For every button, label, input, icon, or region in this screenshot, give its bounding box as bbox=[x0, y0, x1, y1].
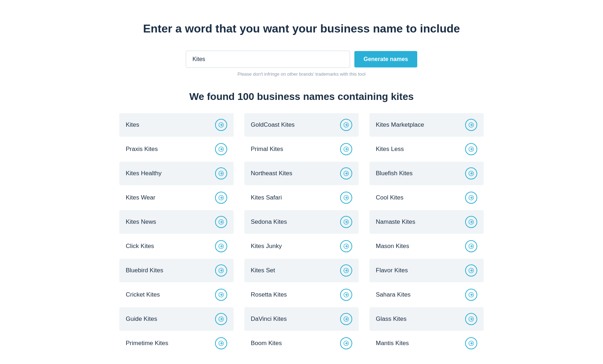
business-name-text: Click Kites bbox=[126, 243, 154, 250]
arrow-button[interactable] bbox=[465, 167, 477, 180]
list-item[interactable]: Kites News bbox=[119, 210, 234, 234]
arrow-button[interactable] bbox=[465, 289, 477, 301]
names-grid: Kites Praxis Kites Kites Healthy Kites W… bbox=[119, 113, 484, 356]
arrow-button[interactable] bbox=[340, 240, 352, 252]
list-item[interactable]: Kites Wear bbox=[119, 186, 234, 209]
list-item[interactable]: Bluebird Kites bbox=[119, 259, 234, 282]
list-item[interactable]: Cricket Kites bbox=[119, 283, 234, 307]
business-name-text: Kites Healthy bbox=[126, 170, 161, 177]
list-item[interactable]: Primetime Kites bbox=[119, 332, 234, 355]
arrow-button[interactable] bbox=[465, 337, 477, 349]
business-name-text: Praxis Kites bbox=[126, 146, 158, 153]
arrow-button[interactable] bbox=[340, 167, 352, 180]
business-name-text: Kites News bbox=[126, 218, 156, 226]
list-item[interactable]: Mantis Kites bbox=[369, 332, 484, 355]
list-item[interactable]: Kites Marketplace bbox=[369, 113, 484, 137]
list-item[interactable]: Sedona Kites bbox=[244, 210, 359, 234]
list-item[interactable]: Sahara Kites bbox=[369, 283, 484, 307]
arrow-button[interactable] bbox=[340, 119, 352, 131]
business-name-text: Mantis Kites bbox=[376, 340, 409, 347]
business-name-text: Bluefish Kites bbox=[376, 170, 413, 177]
business-name-text: Sedona Kites bbox=[251, 218, 287, 226]
business-name-text: Northeast Kites bbox=[251, 170, 292, 177]
list-item[interactable]: Rosetta Kites bbox=[244, 283, 359, 307]
arrow-button[interactable] bbox=[215, 289, 227, 301]
business-name-text: Kites Marketplace bbox=[376, 121, 424, 128]
business-name-text: Namaste Kites bbox=[376, 218, 415, 226]
list-item[interactable]: Northeast Kites bbox=[244, 162, 359, 185]
list-item[interactable]: Primal Kites bbox=[244, 137, 359, 161]
business-name-text: Mason Kites bbox=[376, 243, 409, 250]
list-item[interactable]: DaVinci Kites bbox=[244, 307, 359, 331]
business-name-text: Kites Safari bbox=[251, 194, 282, 201]
business-name-text: Flavor Kites bbox=[376, 267, 408, 274]
arrow-button[interactable] bbox=[340, 264, 352, 277]
business-name-text: Primal Kites bbox=[251, 146, 283, 153]
disclaimer-text: Please don't infringe on other brands' t… bbox=[119, 71, 484, 77]
arrow-button[interactable] bbox=[215, 240, 227, 252]
generate-button[interactable]: Generate names bbox=[354, 51, 418, 67]
business-name-text: Primetime Kites bbox=[126, 340, 168, 347]
list-item[interactable]: Kites Healthy bbox=[119, 162, 234, 185]
list-item[interactable]: Cool Kites bbox=[369, 186, 484, 209]
search-input[interactable] bbox=[186, 51, 350, 68]
arrow-button[interactable] bbox=[465, 240, 477, 252]
arrow-button[interactable] bbox=[340, 216, 352, 228]
arrow-button[interactable] bbox=[215, 143, 227, 155]
business-name-text: Kites Wear bbox=[126, 194, 155, 201]
arrow-button[interactable] bbox=[465, 143, 477, 155]
arrow-button[interactable] bbox=[215, 337, 227, 349]
business-name-text: Boom Kites bbox=[251, 340, 282, 347]
list-item[interactable]: Boom Kites bbox=[244, 332, 359, 355]
business-name-text: Kites Junky bbox=[251, 243, 282, 250]
business-name-text: Sahara Kites bbox=[376, 291, 410, 298]
arrow-button[interactable] bbox=[340, 337, 352, 349]
page-title: Enter a word that you want your business… bbox=[119, 21, 484, 36]
list-item[interactable]: Guide Kites bbox=[119, 307, 234, 331]
business-name-text: GoldCoast Kites bbox=[251, 121, 295, 128]
business-name-text: Kites Less bbox=[376, 146, 404, 153]
list-item[interactable]: GoldCoast Kites bbox=[244, 113, 359, 137]
list-item[interactable]: Flavor Kites bbox=[369, 259, 484, 282]
list-item[interactable]: Bluefish Kites bbox=[369, 162, 484, 185]
arrow-button[interactable] bbox=[340, 289, 352, 301]
search-area: Generate names bbox=[119, 51, 484, 68]
list-item[interactable]: Glass Kites bbox=[369, 307, 484, 331]
list-item[interactable]: Kites Less bbox=[369, 137, 484, 161]
business-name-text: Kites Set bbox=[251, 267, 275, 274]
results-title: We found 100 business names containing k… bbox=[119, 91, 484, 102]
arrow-button[interactable] bbox=[215, 264, 227, 277]
name-column-2: GoldCoast Kites Primal Kites Northeast K… bbox=[244, 113, 359, 356]
list-item[interactable]: Mason Kites bbox=[369, 234, 484, 258]
arrow-button[interactable] bbox=[215, 119, 227, 131]
list-item[interactable]: Praxis Kites bbox=[119, 137, 234, 161]
business-name-text: Cool Kites bbox=[376, 194, 403, 201]
business-name-text: Cricket Kites bbox=[126, 291, 160, 298]
name-column-3: Kites Marketplace Kites Less Bluefish Ki… bbox=[369, 113, 484, 356]
arrow-button[interactable] bbox=[215, 216, 227, 228]
business-name-text: Glass Kites bbox=[376, 315, 407, 323]
list-item[interactable]: Namaste Kites bbox=[369, 210, 484, 234]
business-name-text: Kites bbox=[126, 121, 139, 128]
business-name-text: Rosetta Kites bbox=[251, 291, 287, 298]
list-item[interactable]: Kites Junky bbox=[244, 234, 359, 258]
list-item[interactable]: Kites Safari bbox=[244, 186, 359, 209]
arrow-button[interactable] bbox=[215, 192, 227, 204]
list-item[interactable]: Kites Set bbox=[244, 259, 359, 282]
arrow-button[interactable] bbox=[465, 119, 477, 131]
arrow-button[interactable] bbox=[215, 313, 227, 325]
arrow-button[interactable] bbox=[465, 192, 477, 204]
arrow-button[interactable] bbox=[465, 313, 477, 325]
arrow-button[interactable] bbox=[465, 216, 477, 228]
arrow-button[interactable] bbox=[340, 143, 352, 155]
list-item[interactable]: Click Kites bbox=[119, 234, 234, 258]
name-column-1: Kites Praxis Kites Kites Healthy Kites W… bbox=[119, 113, 234, 356]
arrow-button[interactable] bbox=[215, 167, 227, 180]
business-name-text: DaVinci Kites bbox=[251, 315, 287, 323]
business-name-text: Guide Kites bbox=[126, 315, 157, 323]
arrow-button[interactable] bbox=[340, 192, 352, 204]
business-name-text: Bluebird Kites bbox=[126, 267, 163, 274]
list-item[interactable]: Kites bbox=[119, 113, 234, 137]
arrow-button[interactable] bbox=[465, 264, 477, 277]
arrow-button[interactable] bbox=[340, 313, 352, 325]
